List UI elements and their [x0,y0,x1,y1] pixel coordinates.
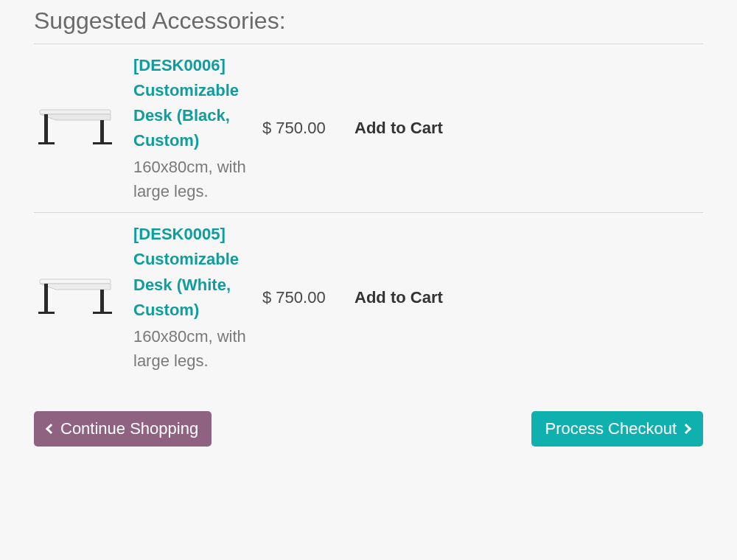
footer-buttons: Continue Shopping Process Checkout [34,411,703,447]
continue-shopping-label: Continue Shopping [60,419,198,438]
add-to-cart-link[interactable]: Add to Cart [354,288,443,307]
chevron-left-icon [46,424,56,434]
product-name-cell: [DESK0006] Customizable Desk (Black, Cus… [133,53,262,203]
svg-rect-6 [44,284,48,313]
svg-rect-2 [38,142,55,144]
product-name-cell: [DESK0005] Customizable Desk (White, Cus… [133,222,262,372]
section-title: Suggested Accessories: [34,7,703,35]
product-image-cell [34,101,133,155]
svg-rect-8 [100,290,104,313]
product-action-cell: Add to Cart [354,119,443,138]
accessory-row: [DESK0006] Customizable Desk (Black, Cus… [34,44,703,213]
product-link[interactable]: [DESK0005] Customizable Desk (White, Cus… [133,222,255,322]
process-checkout-label: Process Checkout [545,419,677,438]
product-price: $ 750.00 [262,288,354,307]
product-price: $ 750.00 [262,119,354,138]
svg-rect-4 [93,142,112,144]
process-checkout-button[interactable]: Process Checkout [531,411,703,447]
desk-image-icon [34,101,116,153]
desk-image-icon [34,270,116,322]
product-image-cell [34,270,133,325]
add-to-cart-link[interactable]: Add to Cart [354,119,443,137]
accessory-row: [DESK0005] Customizable Desk (White, Cus… [34,213,703,381]
product-description: 160x80cm, with large legs. [133,155,255,203]
product-action-cell: Add to Cart [354,288,443,307]
svg-rect-9 [93,312,112,314]
chevron-right-icon [681,424,691,434]
product-description: 160x80cm, with large legs. [133,324,255,373]
svg-rect-7 [38,312,55,314]
svg-rect-0 [40,110,111,114]
svg-rect-1 [44,114,48,144]
product-link[interactable]: [DESK0006] Customizable Desk (Black, Cus… [133,53,255,153]
svg-rect-3 [100,120,104,144]
continue-shopping-button[interactable]: Continue Shopping [34,411,212,447]
svg-rect-5 [40,279,111,284]
